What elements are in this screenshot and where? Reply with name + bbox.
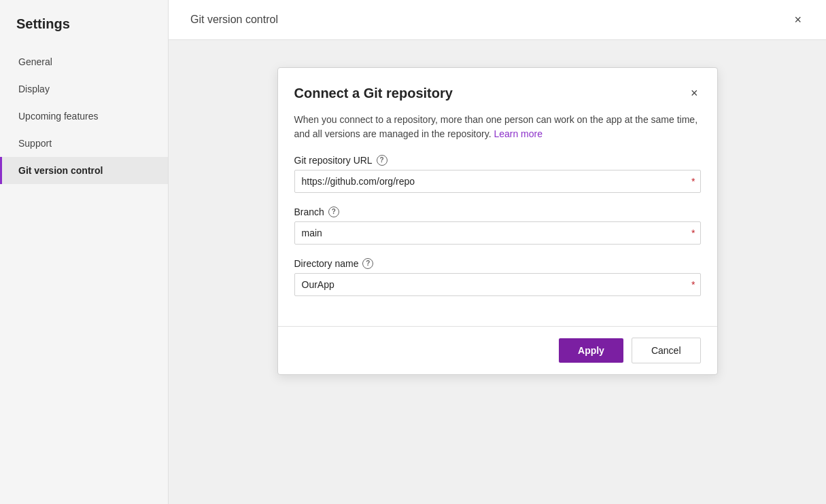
dialog-area: Connect a Git repository × When you conn… <box>169 40 826 504</box>
directory-name-help-icon[interactable]: ? <box>362 258 373 269</box>
dialog-description: When you connect to a repository, more t… <box>294 113 701 141</box>
git-url-required-star: * <box>691 176 695 187</box>
directory-name-label: Directory name ? <box>294 258 701 269</box>
main-content: Git version control × Connect a Git repo… <box>169 0 826 504</box>
dialog-footer: Apply Cancel <box>278 327 717 374</box>
sidebar-item-general[interactable]: General <box>0 48 168 75</box>
git-url-group: Git repository URL ? * <box>294 155 701 193</box>
directory-name-group: Directory name ? * <box>294 258 701 296</box>
git-url-label: Git repository URL ? <box>294 155 701 166</box>
sidebar-item-upcoming-features[interactable]: Upcoming features <box>0 103 168 130</box>
dialog-title: Connect a Git repository <box>294 86 453 101</box>
topbar: Git version control × <box>169 0 826 40</box>
topbar-close-button[interactable]: × <box>791 11 804 29</box>
git-repository-dialog: Connect a Git repository × When you conn… <box>277 67 718 375</box>
git-url-input[interactable] <box>294 170 701 193</box>
dialog-body: When you connect to a repository, more t… <box>278 113 717 326</box>
topbar-title: Git version control <box>190 14 278 26</box>
branch-label: Branch ? <box>294 206 701 217</box>
dialog-header: Connect a Git repository × <box>278 68 717 113</box>
branch-input-wrapper: * <box>294 221 701 245</box>
sidebar: Settings General Display Upcoming featur… <box>0 0 169 504</box>
sidebar-item-git-version-control[interactable]: Git version control <box>0 157 168 184</box>
learn-more-link[interactable]: Learn more <box>494 128 543 139</box>
git-url-help-icon[interactable]: ? <box>377 155 388 166</box>
sidebar-title: Settings <box>0 16 168 48</box>
branch-help-icon[interactable]: ? <box>328 206 339 217</box>
git-url-input-wrapper: * <box>294 170 701 193</box>
apply-button[interactable]: Apply <box>559 338 623 363</box>
dialog-close-button[interactable]: × <box>688 84 701 102</box>
cancel-button[interactable]: Cancel <box>632 338 701 363</box>
branch-group: Branch ? * <box>294 206 701 245</box>
sidebar-item-display[interactable]: Display <box>0 75 168 103</box>
directory-name-input-wrapper: * <box>294 273 701 296</box>
directory-name-input[interactable] <box>294 273 701 296</box>
directory-name-required-star: * <box>691 279 695 290</box>
branch-required-star: * <box>691 228 695 238</box>
branch-input[interactable] <box>294 221 701 245</box>
sidebar-item-support[interactable]: Support <box>0 130 168 157</box>
